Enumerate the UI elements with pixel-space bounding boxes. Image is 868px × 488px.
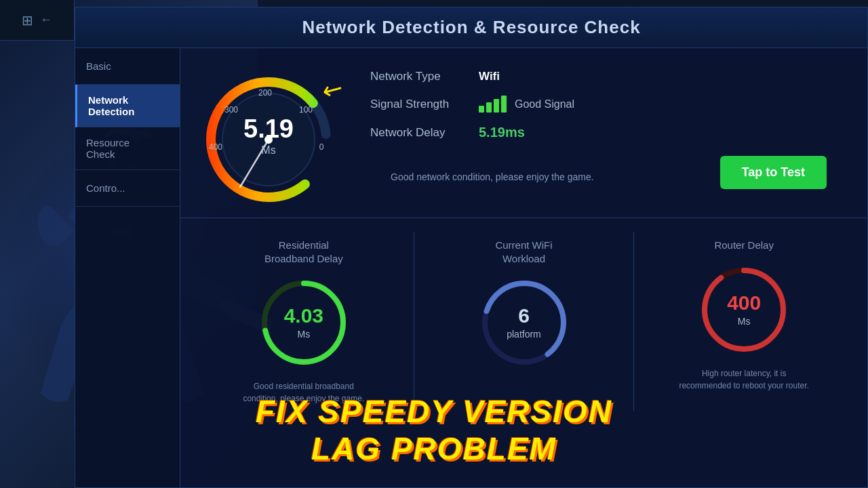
router-delay-title: Router Delay	[714, 239, 774, 252]
speedometer: ↙	[194, 62, 343, 204]
signal-bar-3	[494, 99, 499, 113]
status-message: Good network condition, please enjoy the…	[391, 171, 594, 182]
sidebar-item-network-detection[interactable]: NetworkDetection	[75, 85, 180, 127]
speed-number: 5.19	[243, 115, 294, 143]
network-delay-value: 5.19ms	[479, 125, 525, 140]
svg-text:100: 100	[299, 105, 313, 115]
back-icon[interactable]: ←	[40, 13, 52, 27]
status-row: Good network condition, please enjoy the…	[370, 152, 847, 196]
signal-bar-2	[486, 102, 492, 113]
svg-text:200: 200	[258, 88, 272, 98]
watermark-line1: FIX SPEEDY VERSION	[256, 393, 612, 430]
sidebar-item-control[interactable]: Contro...	[75, 170, 180, 207]
svg-text:300: 300	[224, 105, 238, 115]
router-delay-circle: 400 Ms	[696, 262, 791, 357]
signal-strength-label: Signal Strength	[370, 98, 479, 111]
wifi-workload-title: Current WiFiWorkload	[495, 239, 552, 265]
network-type-value: Wifi	[479, 70, 500, 83]
network-delay-row: Network Delay 5.19ms	[370, 125, 847, 140]
router-delay-metric: Router Delay 400 Ms High router latency,…	[634, 232, 854, 411]
watermark-line2: LAG PROBLEM	[256, 430, 612, 468]
sidebar-item-basic[interactable]: Basic	[75, 48, 180, 85]
home-icon[interactable]: ⊞	[22, 12, 33, 28]
network-info: Network Type Wifi Signal Strength Good S…	[363, 70, 847, 196]
svg-text:0: 0	[319, 142, 324, 152]
page-title: Network Detection & Resource Check	[89, 17, 854, 38]
router-delay-desc: High router latency, it is recommended t…	[676, 367, 812, 392]
router-delay-value: 400 Ms	[727, 293, 761, 327]
network-status-section: ↙	[180, 48, 867, 218]
signal-quality-text: Good Signal	[515, 98, 574, 110]
tap-to-test-button[interactable]: Tap to Test	[720, 156, 827, 189]
network-type-label: Network Type	[370, 70, 479, 83]
panel-header: Network Detection & Resource Check	[75, 7, 867, 48]
sidebar-item-resource-check[interactable]: ResourceCheck	[75, 127, 180, 170]
speed-display: 5.19 Ms	[243, 116, 294, 157]
top-nav-bar: ⊞ ←	[0, 0, 75, 41]
wifi-workload-value: 6 platform	[507, 306, 541, 340]
broadband-delay-circle: 4.03 Ms	[256, 275, 351, 370]
watermark: FIX SPEEDY VERSION LAG PROBLEM	[256, 393, 612, 468]
svg-text:400: 400	[209, 142, 222, 152]
broadband-delay-metric: ResidentialBroadband Delay 4.03 Ms Good …	[194, 232, 414, 411]
broadband-delay-title: ResidentialBroadband Delay	[264, 239, 343, 265]
sidebar: Basic NetworkDetection ResourceCheck Con…	[75, 48, 180, 487]
network-type-row: Network Type Wifi	[370, 70, 847, 83]
broadband-delay-value: 4.03 Ms	[284, 306, 323, 340]
speed-unit: Ms	[243, 144, 294, 157]
network-delay-label: Network Delay	[370, 126, 479, 140]
wifi-workload-metric: Current WiFiWorkload 6 platform	[414, 232, 635, 411]
signal-bars	[479, 96, 507, 113]
signal-bar-1	[479, 106, 484, 113]
signal-bar-4	[501, 96, 507, 113]
wifi-workload-circle: 6 platform	[477, 275, 572, 370]
signal-strength-row: Signal Strength Good Signal	[370, 96, 847, 113]
